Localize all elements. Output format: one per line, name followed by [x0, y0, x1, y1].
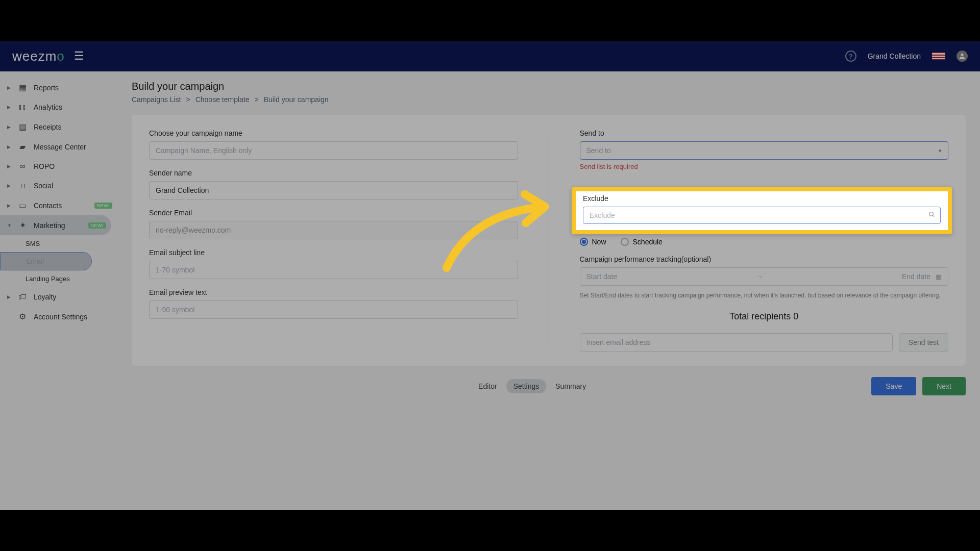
send-test-button[interactable]: Send test [899, 333, 948, 352]
radio-off-icon [621, 238, 629, 246]
svg-line-2 [933, 215, 934, 217]
exclude-select[interactable]: Exclude [583, 207, 941, 224]
campaign-name-label: Choose your campaign name [149, 129, 518, 137]
sidebar-item-label: Contacts [34, 202, 88, 210]
test-email-input[interactable] [580, 333, 893, 352]
total-recipients-label: Total recipients [729, 311, 791, 321]
people-icon: ⩁ [17, 181, 28, 190]
sidebar-item-account-settings[interactable]: ⚙Account Settings [0, 307, 117, 327]
sender-name-input[interactable] [149, 181, 518, 199]
sender-email-input [149, 221, 518, 239]
infinity-icon: ∞ [17, 162, 28, 171]
calendar-icon: ▦ [936, 273, 942, 281]
main-content: Build your campaign Campaigns List> Choo… [117, 71, 980, 510]
svg-point-1 [929, 212, 934, 216]
brand-text: weezm [12, 48, 57, 64]
save-button[interactable]: Save [871, 377, 916, 395]
contacts-icon: ▭ [17, 201, 28, 210]
tracking-label: Campaign performance tracking(optional) [580, 255, 949, 263]
new-badge: NEW! [88, 222, 107, 229]
panel-left: Choose your campaign name Sender name Se… [149, 129, 549, 352]
sidebar-item-reports[interactable]: ▶▦Reports [0, 78, 117, 97]
send-time-now-radio[interactable]: Now [580, 238, 606, 246]
sidebar-item-label: Receipts [34, 123, 112, 131]
brand-accent: o [57, 48, 64, 64]
radio-label: Now [592, 238, 606, 246]
send-to-label: Send to [580, 129, 949, 137]
sidebar-item-social[interactable]: ▶⩁Social [0, 176, 117, 195]
sidebar-item-receipts[interactable]: ▶▤Receipts [0, 117, 117, 137]
app-header: weezmo ☰ ? Grand Collection [0, 41, 980, 71]
hamburger-icon[interactable]: ☰ [74, 49, 84, 63]
locale-flag-icon[interactable] [932, 52, 945, 60]
send-time-schedule-radio[interactable]: Schedule [621, 238, 663, 246]
send-to-error: Send list is required [580, 163, 949, 170]
end-date-placeholder: End date [902, 272, 930, 281]
avatar-icon[interactable] [957, 51, 968, 62]
grid-icon: ▦ [17, 83, 28, 92]
arrow-right-icon: → [756, 272, 763, 281]
tag-icon: 🏷 [17, 292, 28, 302]
help-icon[interactable]: ? [845, 51, 856, 62]
sidebar-sub-landing-pages[interactable]: Landing Pages [26, 270, 117, 287]
sidebar-item-label: Message Center [34, 143, 112, 151]
tab-summary[interactable]: Summary [548, 379, 593, 393]
gear-icon: ⚙ [17, 312, 28, 321]
exclude-placeholder: Exclude [590, 211, 615, 219]
brand-logo: weezmo [12, 48, 65, 64]
settings-panel: Choose your campaign name Sender name Se… [132, 115, 966, 366]
subject-input[interactable] [149, 261, 518, 279]
message-icon: ▰ [17, 142, 28, 152]
crumb-choose-template[interactable]: Choose template [195, 95, 250, 104]
sidebar-item-label: Account Settings [34, 313, 112, 321]
step-tabs: Editor Settings Summary [471, 379, 593, 393]
tracking-date-range[interactable]: Start date → End date ▦ [580, 267, 949, 286]
preview-text-input[interactable] [149, 300, 518, 319]
sidebar-item-ropo[interactable]: ▶∞ROPO [0, 157, 117, 176]
sidebar-item-message-center[interactable]: ▶▰Message Center [0, 137, 117, 157]
preview-text-label: Email preview text [149, 288, 518, 296]
radio-on-icon [580, 238, 588, 246]
sidebar-item-loyalty[interactable]: ▶🏷Loyalty [0, 287, 117, 307]
sidebar-item-analytics[interactable]: ▶⫾⫾Analytics [0, 97, 117, 117]
total-recipients: Total recipients 0 [580, 311, 949, 322]
sidebar-item-contacts[interactable]: ▶▭ContactsNEW! [0, 195, 117, 215]
sidebar-sub-email[interactable]: Email [0, 252, 92, 270]
crumb-current: Build your campaign [264, 95, 329, 104]
sidebar-item-label: Loyalty [34, 293, 112, 301]
sidebar-sub-sms[interactable]: SMS [26, 235, 117, 252]
sidebar-item-marketing[interactable]: ▼✦MarketingNEW! [0, 215, 111, 235]
send-to-placeholder: Send to [586, 146, 611, 155]
total-recipients-count: 0 [793, 311, 798, 321]
chevron-down-icon: ▾ [939, 147, 942, 154]
receipt-icon: ▤ [17, 122, 28, 132]
exclude-highlight: Exclude Exclude [572, 187, 952, 234]
campaign-name-input[interactable] [149, 141, 518, 160]
page-title: Build your campaign [132, 81, 966, 92]
chart-icon: ⫾⫾ [17, 103, 28, 112]
send-to-select[interactable]: Send to ▾ [580, 141, 949, 160]
new-badge: NEW! [94, 203, 113, 209]
sidebar-item-label: Social [34, 182, 112, 190]
sidebar: ▶▦Reports ▶⫾⫾Analytics ▶▤Receipts ▶▰Mess… [0, 71, 117, 510]
subject-label: Email subject line [149, 248, 518, 257]
tab-settings[interactable]: Settings [506, 379, 547, 393]
sidebar-item-label: Marketing [34, 221, 82, 230]
account-name[interactable]: Grand Collection [868, 52, 921, 60]
radio-label: Schedule [633, 238, 663, 246]
tab-editor[interactable]: Editor [471, 379, 504, 393]
tracking-hint: Set Start/End dates to start tracking ca… [580, 291, 949, 300]
start-date-placeholder: Start date [586, 272, 618, 281]
next-button[interactable]: Next [922, 377, 966, 395]
svg-point-0 [961, 54, 963, 56]
sender-email-label: Sender Email [149, 209, 518, 217]
sidebar-item-label: Reports [34, 84, 112, 92]
sidebar-item-label: Analytics [34, 103, 112, 111]
breadcrumb: Campaigns List> Choose template> Build y… [132, 95, 966, 104]
crumb-campaigns-list[interactable]: Campaigns List [132, 95, 181, 104]
megaphone-icon: ✦ [17, 220, 28, 230]
search-icon [928, 211, 935, 219]
exclude-label: Exclude [583, 194, 941, 203]
panel-right: Send to Send to ▾ Send list is required … [549, 129, 949, 352]
sender-name-label: Sender name [149, 169, 518, 177]
